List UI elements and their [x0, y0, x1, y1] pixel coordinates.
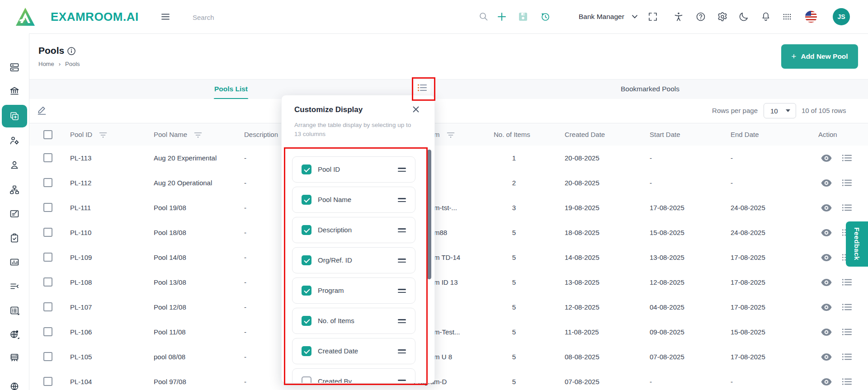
row-checkbox[interactable]	[43, 327, 52, 336]
examroom-logo-text[interactable]: EXAMROOM.AI	[51, 10, 139, 24]
clipboard-check-icon[interactable]	[9, 233, 20, 244]
row-checkbox[interactable]	[43, 228, 52, 237]
drag-handle-icon[interactable]	[398, 380, 406, 383]
column-checkbox[interactable]	[302, 164, 311, 174]
drag-handle-icon[interactable]	[398, 228, 406, 234]
drag-handle-icon[interactable]	[398, 168, 406, 174]
globe-link-icon[interactable]	[9, 329, 20, 340]
drag-handle-icon[interactable]	[398, 198, 406, 204]
row-menu-icon[interactable]	[842, 204, 852, 211]
row-checkbox[interactable]	[43, 302, 52, 311]
header-end-date[interactable]: End Date	[731, 123, 759, 146]
list-box-icon[interactable]	[9, 305, 20, 316]
customize-columns-button[interactable]	[414, 80, 430, 96]
header-pool-id[interactable]: Pool ID	[70, 123, 108, 146]
collapse-menu-icon[interactable]	[9, 281, 20, 292]
filter-icon[interactable]	[193, 131, 203, 139]
drag-handle-icon[interactable]	[398, 319, 406, 325]
row-checkbox[interactable]	[43, 253, 52, 262]
column-checkbox[interactable]	[302, 316, 311, 326]
view-eye-icon[interactable]	[821, 378, 832, 385]
row-checkbox[interactable]	[43, 178, 52, 187]
search-input[interactable]	[192, 8, 447, 26]
select-all-checkbox[interactable]	[43, 130, 52, 139]
row-checkbox[interactable]	[43, 153, 52, 162]
header-action: Action	[818, 123, 837, 146]
chevron-down-icon[interactable]	[632, 15, 643, 26]
metrics-board-icon[interactable]	[9, 257, 20, 268]
card-icon[interactable]	[9, 208, 20, 219]
info-icon[interactable]	[67, 47, 76, 56]
row-menu-icon[interactable]	[842, 179, 852, 186]
header-start-date[interactable]: Start Date	[650, 123, 680, 146]
header-no-of-items[interactable]: No. of Items	[494, 123, 530, 146]
row-menu-icon[interactable]	[842, 378, 852, 385]
dark-mode-moon-icon[interactable]	[738, 11, 749, 22]
row-checkbox[interactable]	[43, 352, 52, 361]
feedback-tab[interactable]: Feedback	[846, 221, 868, 267]
view-eye-icon[interactable]	[821, 353, 832, 361]
drag-handle-icon[interactable]	[398, 258, 406, 264]
add-new-pool-button[interactable]: + Add New Pool	[781, 44, 858, 69]
data-server-icon[interactable]	[9, 352, 20, 363]
save-icon[interactable]	[518, 11, 528, 22]
column-checkbox[interactable]	[302, 255, 311, 265]
column-checkbox[interactable]	[302, 195, 311, 205]
user-settings-icon[interactable]	[9, 135, 20, 146]
column-checkbox[interactable]	[302, 225, 311, 235]
apps-grid-icon[interactable]	[782, 11, 793, 22]
column-checkbox[interactable]	[302, 286, 311, 296]
view-eye-icon[interactable]	[821, 204, 832, 211]
row-menu-icon[interactable]	[842, 303, 852, 310]
header-pool-name[interactable]: Pool Name	[154, 123, 203, 146]
filter-icon[interactable]	[99, 131, 108, 139]
breadcrumb-home[interactable]: Home	[38, 61, 54, 67]
view-eye-icon[interactable]	[821, 229, 832, 236]
tab-pools-list[interactable]: Pools List	[199, 80, 263, 99]
servers-icon[interactable]	[9, 62, 20, 73]
fullscreen-icon[interactable]	[647, 11, 658, 22]
drag-handle-icon[interactable]	[398, 289, 406, 295]
accessibility-icon[interactable]	[673, 11, 684, 22]
popup-scrollbar-thumb[interactable]	[427, 150, 431, 279]
filter-icon[interactable]	[446, 131, 455, 139]
user-avatar[interactable]: JS	[833, 8, 850, 25]
row-checkbox[interactable]	[43, 203, 52, 212]
row-menu-icon[interactable]	[842, 154, 852, 161]
view-eye-icon[interactable]	[821, 155, 832, 162]
help-icon[interactable]	[695, 11, 706, 22]
column-checkbox[interactable]	[302, 346, 311, 356]
row-menu-icon[interactable]	[842, 328, 852, 335]
drag-handle-icon[interactable]	[398, 349, 406, 355]
row-checkbox[interactable]	[43, 277, 52, 287]
sidebar-item-pools[interactable]	[2, 105, 27, 127]
hamburger-icon[interactable]	[160, 11, 171, 22]
row-checkbox[interactable]	[43, 377, 52, 386]
tab-bookmarked-pools[interactable]: Bookmarked Pools	[605, 80, 695, 99]
edit-pencil-icon[interactable]	[36, 104, 48, 116]
header-description[interactable]: Description	[244, 123, 278, 146]
view-eye-icon[interactable]	[821, 304, 832, 311]
bank-icon[interactable]	[9, 85, 20, 96]
history-icon[interactable]	[540, 11, 551, 22]
view-eye-icon[interactable]	[821, 279, 832, 286]
view-eye-icon[interactable]	[821, 254, 832, 261]
view-eye-icon[interactable]	[821, 329, 832, 336]
rows-per-page-select[interactable]: 10	[764, 103, 796, 118]
role-selector[interactable]: Bank Manager	[579, 0, 624, 33]
user-icon[interactable]	[9, 160, 20, 170]
settings-gear-icon[interactable]	[717, 11, 728, 22]
search-icon[interactable]	[478, 11, 489, 22]
globe-icon[interactable]	[9, 381, 20, 390]
row-menu-icon[interactable]	[842, 278, 852, 286]
row-menu-icon[interactable]	[842, 353, 852, 360]
notifications-bell-icon[interactable]	[760, 11, 771, 22]
language-flag-us-icon[interactable]	[805, 11, 817, 23]
hierarchy-icon[interactable]	[9, 184, 20, 195]
close-icon[interactable]	[412, 105, 420, 113]
view-eye-icon[interactable]	[821, 179, 832, 187]
header-created-date[interactable]: Created Date	[565, 123, 605, 146]
add-icon[interactable]	[496, 11, 507, 22]
examroom-logo-icon[interactable]	[15, 7, 36, 27]
column-checkbox[interactable]	[302, 376, 311, 383]
